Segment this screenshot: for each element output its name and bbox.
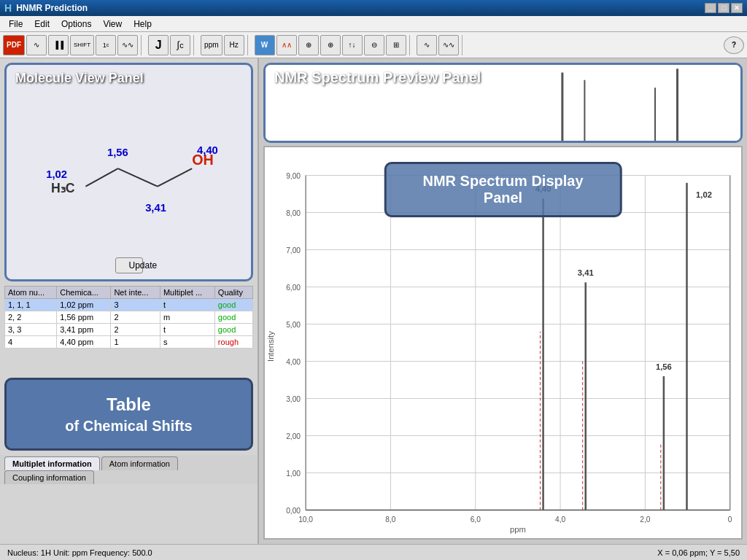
menu-edit[interactable]: Edit	[28, 18, 55, 31]
wave-button[interactable]: ∿∿	[117, 35, 138, 55]
maximize-button[interactable]: □	[718, 3, 729, 13]
ppm-button[interactable]: ppm	[201, 35, 222, 55]
svg-text:1,02: 1,02	[46, 168, 67, 180]
svg-text:4,40: 4,40	[197, 144, 218, 156]
data-table-area: Atom nu... Chemica... Net inte... Multip…	[4, 286, 253, 373]
table-row[interactable]: 3, 3 3,41 ppm 2 t good	[5, 324, 253, 336]
menu-file[interactable]: File	[3, 18, 28, 31]
pdf-button[interactable]: PDF	[3, 35, 25, 55]
statusbar-left: Nucleus: 1H Unit: ppm Frequency: 500.0	[7, 548, 152, 557]
w-button[interactable]: W	[255, 35, 275, 55]
svg-text:8,0: 8,0	[385, 516, 395, 524]
col-header-netint: Net inte...	[111, 287, 160, 299]
col-header-quality: Quality	[214, 287, 252, 299]
cell-chem: 4,40 ppm	[57, 336, 111, 349]
menu-options[interactable]: Options	[55, 18, 97, 31]
table-row[interactable]: 1, 1, 1 1,02 ppm 3 t good	[5, 299, 253, 311]
col-header-atoms: Atom nu...	[5, 287, 57, 299]
minus-button[interactable]: ⊖	[364, 35, 384, 55]
bottom-tabs: Multiplet information Atom information	[0, 455, 258, 470]
tab-multiplet[interactable]: Multiplet information	[4, 456, 100, 470]
svg-text:6,0: 6,0	[471, 516, 481, 524]
col-header-chem: Chemica...	[57, 287, 111, 299]
cell-atoms: 1, 1, 1	[5, 299, 57, 311]
col-header-multiplet: Multiplet ...	[160, 287, 214, 299]
window-controls: _ □ ✕	[705, 3, 743, 13]
cell-multiplet: t	[160, 299, 214, 311]
svg-text:2,00: 2,00	[286, 432, 301, 440]
right-panel: NMR Spectrum Preview Panel NMR Spectrum …	[259, 58, 747, 544]
cell-chem: 3,41 ppm	[57, 324, 111, 336]
svg-text:9,00: 9,00	[286, 172, 301, 180]
svg-line-3	[158, 168, 192, 187]
svg-text:1,56: 1,56	[107, 147, 128, 158]
statusbar-right: X = 0,06 ppm; Y = 5,50	[657, 548, 740, 557]
chem-shifts-box: Table of Chemical Shifts	[4, 378, 253, 451]
nmr-spectrum-label: NMR Spectrum Display Panel	[384, 162, 622, 217]
bars-button[interactable]: ▐▐	[48, 35, 69, 55]
cell-quality: good	[214, 311, 252, 324]
svg-text:1,02: 1,02	[696, 190, 712, 199]
help-button[interactable]: ?	[724, 36, 744, 54]
svg-text:2,0: 2,0	[640, 516, 650, 524]
toolbar: PDF ∿ ▐▐ SHIFT 1c ∿∿ J ∫c ppm Hz W ∧∧ ⊕ …	[0, 32, 747, 58]
svg-text:5,00: 5,00	[286, 321, 301, 329]
svg-text:0: 0	[728, 516, 732, 524]
svg-text:6,00: 6,00	[286, 284, 301, 292]
main-content: Molecule View Panel H₃C OH 1,56 1,02	[0, 58, 747, 544]
table-row[interactable]: 2, 2 1,56 ppm 2 m good	[5, 311, 253, 324]
up-button[interactable]: ↑↓	[342, 35, 363, 55]
cell-quality: good	[214, 324, 252, 336]
nmr-spectrum-panel: NMR Spectrum Display Panel Intensity 0,0…	[263, 146, 743, 540]
svg-line-1	[85, 168, 117, 187]
cell-atoms: 4	[5, 336, 57, 349]
svg-text:7,00: 7,00	[286, 246, 301, 254]
svg-text:1,56: 1,56	[656, 362, 672, 371]
peaks-button[interactable]: ∧∧	[276, 35, 297, 55]
hz-button[interactable]: Hz	[224, 35, 244, 55]
integral-button[interactable]: 1c	[96, 35, 116, 55]
update-button[interactable]: Update	[115, 257, 143, 273]
table-row[interactable]: 4 4,40 ppm 1 s rough	[5, 336, 253, 349]
tab-coupling[interactable]: Coupling information	[4, 470, 94, 484]
svg-text:3,41: 3,41	[145, 202, 166, 214]
curve1-button[interactable]: ∿	[417, 35, 437, 55]
statusbar: Nucleus: 1H Unit: ppm Frequency: 500.0 X…	[0, 544, 747, 560]
cell-quality: good	[214, 299, 252, 311]
close-button[interactable]: ✕	[731, 3, 743, 13]
cell-quality: rough	[214, 336, 252, 349]
cell-atoms: 3, 3	[5, 324, 57, 336]
shift-button[interactable]: SHIFT	[70, 35, 94, 55]
minimize-button[interactable]: _	[705, 3, 716, 13]
left-panel: Molecule View Panel H₃C OH 1,56 1,02	[0, 58, 259, 544]
svg-text:1,00: 1,00	[286, 470, 301, 478]
menu-view[interactable]: View	[97, 18, 128, 31]
svg-text:4,0: 4,0	[555, 516, 565, 524]
menu-help[interactable]: Help	[128, 18, 158, 31]
cell-chem: 1,02 ppm	[57, 299, 111, 311]
cell-netint: 2	[111, 324, 160, 336]
menubar: File Edit Options View Help	[0, 16, 747, 32]
grid-button[interactable]: ⊞	[386, 35, 406, 55]
svg-text:10,0: 10,0	[298, 516, 313, 524]
svg-line-2	[118, 168, 158, 187]
titlebar: H HNMR Prediction _ □ ✕	[0, 0, 747, 16]
chemical-shifts-table: Atom nu... Chemica... Net inte... Multip…	[4, 286, 253, 349]
curve2-button[interactable]: ∿∿	[438, 35, 459, 55]
cell-chem: 1,56 ppm	[57, 311, 111, 324]
chem-shifts-line1: Table	[65, 393, 192, 416]
zoom-in-button[interactable]: ⊕	[320, 35, 341, 55]
cell-netint: 2	[111, 311, 160, 324]
cell-netint: 3	[111, 299, 160, 311]
table-body: 1, 1, 1 1,02 ppm 3 t good 2, 2 1,56 ppm …	[5, 299, 253, 349]
j-button[interactable]: J	[148, 35, 169, 55]
nmr-preview-label: NMR Spectrum Preview Panel	[274, 69, 481, 86]
svg-text:4,00: 4,00	[286, 358, 301, 366]
chem-shifts-line2: of Chemical Shifts	[65, 416, 192, 435]
integral2-button[interactable]: ∫c	[170, 35, 190, 55]
spectrum-line-button[interactable]: ∿	[26, 35, 47, 55]
svg-text:H₃C: H₃C	[51, 181, 75, 195]
svg-text:ppm: ppm	[510, 525, 526, 534]
add-button[interactable]: ⊕	[298, 35, 319, 55]
tab-atom[interactable]: Atom information	[101, 456, 178, 470]
